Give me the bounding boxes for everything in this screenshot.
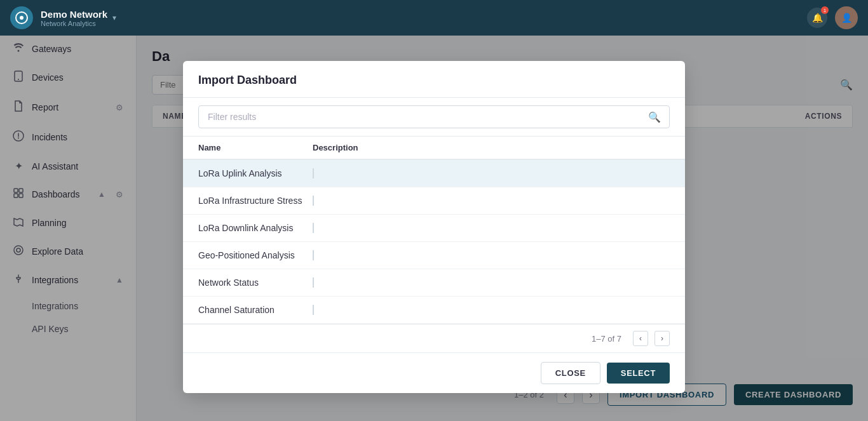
- notification-button[interactable]: 🔔 1: [807, 8, 827, 28]
- brand-name: Demo Network: [41, 9, 107, 20]
- modal-table-body: LoRa Uplink Analysis LoRa Infrastructure…: [183, 160, 685, 324]
- row-name-6: Channel Saturation: [198, 305, 313, 315]
- close-button[interactable]: CLOSE: [541, 362, 600, 384]
- brand-chevron-icon[interactable]: ▾: [112, 13, 116, 22]
- modal-col-name: Name: [198, 143, 313, 152]
- app-logo[interactable]: [10, 6, 33, 29]
- brand-subtitle: Network Analytics: [41, 20, 107, 27]
- modal-search-area: 🔍: [183, 98, 685, 137]
- row-divider-1: [313, 168, 314, 178]
- table-row[interactable]: LoRa Uplink Analysis: [183, 160, 685, 187]
- modal-pagination-text: 1–7 of 7: [592, 334, 621, 344]
- import-dashboard-modal: Import Dashboard 🔍 Name Description LoRa…: [183, 61, 685, 393]
- notification-icon: 🔔: [812, 13, 823, 23]
- modal-search-icon: 🔍: [648, 111, 661, 123]
- avatar-icon: 👤: [841, 13, 852, 23]
- modal-filter-input[interactable]: [198, 105, 670, 128]
- user-avatar[interactable]: 👤: [835, 6, 858, 29]
- row-name-4: Geo-Positioned Analysis: [198, 250, 313, 260]
- table-row[interactable]: LoRa Downlink Analysis: [183, 215, 685, 242]
- table-row[interactable]: Channel Saturation: [183, 297, 685, 324]
- modal-prev-page-button[interactable]: ‹: [633, 331, 648, 346]
- modal-title: Import Dashboard: [198, 74, 670, 87]
- select-button[interactable]: SELECT: [607, 363, 670, 384]
- row-name-5: Network Status: [198, 277, 313, 288]
- row-divider-2: [313, 196, 314, 206]
- modal-footer: CLOSE SELECT: [183, 352, 685, 393]
- modal-col-description: Description: [313, 143, 670, 152]
- table-row[interactable]: LoRa Infrastructure Stress: [183, 187, 685, 215]
- modal-header: Import Dashboard: [183, 61, 685, 98]
- row-name-3: LoRa Downlink Analysis: [198, 223, 313, 233]
- brand: Demo Network Network Analytics: [41, 9, 107, 27]
- row-name-1: LoRa Uplink Analysis: [198, 168, 313, 178]
- modal-title-bold: Dashboard: [237, 74, 297, 86]
- row-name-2: LoRa Infrastructure Stress: [198, 196, 313, 206]
- navbar-icons: 🔔 1 👤: [807, 6, 858, 29]
- modal-title-prefix: Import: [198, 74, 237, 86]
- row-divider-6: [313, 305, 314, 315]
- modal-table-header: Name Description: [183, 137, 685, 160]
- navbar: Demo Network Network Analytics ▾ 🔔 1 👤: [0, 0, 868, 36]
- table-row[interactable]: Network Status: [183, 269, 685, 297]
- modal-next-page-button[interactable]: ›: [654, 331, 670, 346]
- row-divider-3: [313, 223, 314, 233]
- table-row[interactable]: Geo-Positioned Analysis: [183, 242, 685, 269]
- notification-badge: 1: [821, 6, 829, 14]
- modal-pagination-bar: 1–7 of 7 ‹ ›: [183, 324, 685, 352]
- row-divider-5: [313, 277, 314, 288]
- row-divider-4: [313, 250, 314, 260]
- modal-overlay: Import Dashboard 🔍 Name Description LoRa…: [0, 36, 868, 421]
